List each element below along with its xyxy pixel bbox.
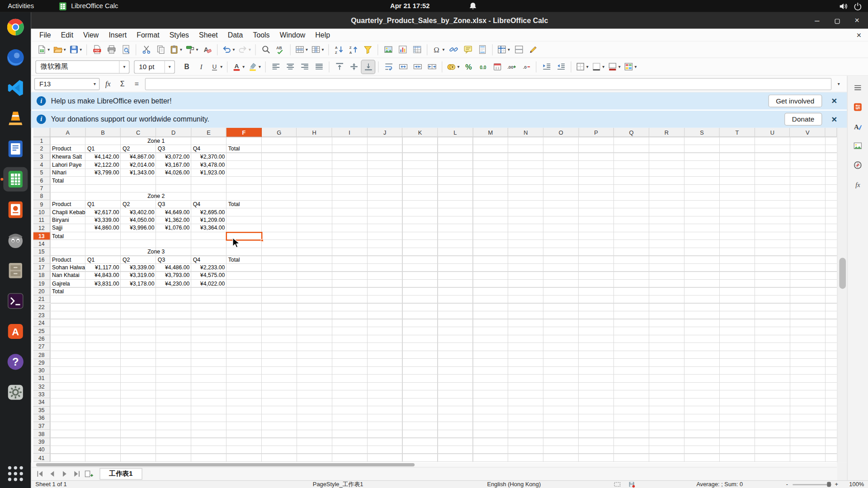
redo-dropdown[interactable]: ▾ [249, 47, 251, 52]
cell-B5[interactable]: ¥3,799.00 [85, 169, 121, 177]
row-header-29[interactable]: 29 [33, 359, 50, 367]
zone-title-row15[interactable]: Zone 3 [50, 248, 262, 256]
column-header-T[interactable]: T [720, 128, 755, 137]
cell-A13[interactable]: Total [50, 232, 85, 240]
align-center-button[interactable] [283, 60, 297, 73]
cell-B19[interactable]: ¥3,831.00 [85, 280, 121, 288]
cell-D10[interactable]: ¥4,649.00 [156, 208, 191, 216]
borders-dropdown[interactable]: ▾ [586, 64, 589, 69]
cell-A11[interactable]: Biryani [50, 216, 85, 225]
align-bottom-button[interactable] [362, 60, 375, 73]
horizontal-scrollbar-thumb[interactable] [36, 463, 415, 466]
cell-E9[interactable]: Q4 [191, 201, 226, 209]
clone-formatting-dropdown[interactable]: ▾ [196, 47, 198, 52]
menu-help[interactable]: Help [310, 29, 335, 41]
row-header-7[interactable]: 7 [33, 185, 50, 193]
zone-title-row8[interactable]: Zone 2 [50, 192, 262, 201]
cell-C5[interactable]: ¥1,343.00 [121, 169, 156, 177]
row-header-33[interactable]: 33 [33, 390, 50, 399]
border-color-button[interactable]: ▾ [607, 60, 622, 73]
split-window-button[interactable] [512, 43, 525, 56]
zoom-out-button[interactable]: - [786, 481, 788, 488]
navigator-deck-icon[interactable] [850, 157, 865, 173]
row-header-8[interactable]: 8 [33, 192, 50, 201]
cell-A5[interactable]: Nihari [50, 169, 85, 177]
insert-comment-button[interactable] [461, 43, 474, 56]
dock-ubuntu-software[interactable]: A [3, 319, 28, 344]
border-color-dropdown[interactable]: ▾ [618, 64, 621, 69]
menu-edit[interactable]: Edit [56, 29, 78, 41]
cell-E18[interactable]: ¥4,575.00 [191, 272, 226, 280]
styles-deck-icon[interactable]: A [850, 118, 865, 134]
cell-D9[interactable]: Q3 [156, 201, 191, 209]
row-header-18[interactable]: 18 [33, 272, 50, 280]
gallery-deck-icon[interactable] [850, 138, 865, 153]
language-status[interactable]: English (Hong Kong) [487, 481, 541, 488]
function-wizard-button[interactable]: fx [102, 78, 114, 90]
column-header-V[interactable]: V [790, 128, 826, 137]
clear-formatting-button[interactable]: A [200, 43, 213, 56]
copy-button[interactable] [154, 43, 167, 56]
window-titlebar[interactable]: Quarterly_Product_Sales_by_Zone.xlsx - L… [31, 12, 868, 29]
font-color-button[interactable]: A▾ [231, 60, 246, 73]
cell-A20[interactable]: Total [50, 288, 85, 296]
print-preview-button[interactable] [119, 43, 132, 56]
cell-A16[interactable]: Product [50, 256, 85, 264]
menu-format[interactable]: Format [132, 29, 164, 41]
row-header-6[interactable]: 6 [33, 177, 50, 185]
infobar-close-icon[interactable]: × [827, 114, 841, 125]
row-header-13[interactable]: 13 [33, 232, 50, 240]
activities-button[interactable]: Activities [8, 2, 34, 10]
row-header-19[interactable]: 19 [33, 280, 50, 288]
dock-terminal[interactable] [3, 289, 28, 313]
vertical-scrollbar[interactable] [837, 128, 847, 463]
open-file-button[interactable]: ▾ [52, 43, 67, 56]
row-header-3[interactable]: 3 [33, 153, 50, 161]
cell-A17[interactable]: Sohan Halwa [50, 264, 85, 272]
zoom-slider-track[interactable] [793, 484, 831, 485]
cell-E10[interactable]: ¥2,695.00 [191, 208, 226, 216]
cell-B16[interactable]: Q1 [85, 256, 121, 264]
status-sum[interactable]: Average: ; Sum: 0 [696, 481, 743, 488]
pivot-table-button[interactable] [410, 43, 424, 56]
row-header-10[interactable]: 10 [33, 208, 50, 216]
row-header-26[interactable]: 26 [33, 335, 50, 343]
format-date-button[interactable] [491, 60, 504, 73]
menu-data[interactable]: Data [223, 29, 248, 41]
row-header-2[interactable]: 2 [33, 145, 50, 153]
dock-settings[interactable] [3, 380, 28, 404]
align-top-button[interactable] [333, 60, 346, 73]
name-box-dropdown[interactable]: ▾ [90, 81, 99, 86]
freeze-panes-button[interactable]: ▾ [496, 43, 511, 56]
column-header-A[interactable]: A [50, 128, 85, 137]
column-header-E[interactable]: E [191, 128, 226, 137]
row-header-14[interactable]: 14 [33, 240, 50, 248]
cell-B18[interactable]: ¥4,843.00 [85, 272, 121, 280]
find-replace-button[interactable] [259, 43, 272, 56]
column-dropdown[interactable]: ▾ [322, 47, 324, 52]
row-header-21[interactable]: 21 [33, 296, 50, 304]
align-left-button[interactable] [269, 60, 282, 73]
row-header-31[interactable]: 31 [33, 375, 50, 383]
center-vertically-button[interactable] [347, 60, 360, 73]
row-button[interactable]: ▾ [294, 43, 309, 56]
menu-window[interactable]: Window [275, 29, 311, 41]
column-header-D[interactable]: D [156, 128, 191, 137]
column-header-F[interactable]: F [226, 128, 262, 137]
name-box[interactable]: F13 ▾ [34, 78, 99, 90]
row-header-40[interactable]: 40 [33, 446, 50, 454]
cell-C12[interactable]: ¥3,996.00 [121, 224, 156, 232]
column-header-B[interactable]: B [85, 128, 121, 137]
row-header-12[interactable]: 12 [33, 224, 50, 232]
cell-C18[interactable]: ¥3,319.00 [121, 272, 156, 280]
dock-chrome[interactable] [3, 15, 28, 39]
cell-B4[interactable]: ¥2,122.00 [85, 161, 121, 169]
open-file-dropdown[interactable]: ▾ [64, 47, 66, 52]
last-sheet-button[interactable] [71, 469, 82, 479]
column-button[interactable]: ▾ [310, 43, 325, 56]
save-dropdown[interactable]: ▾ [80, 47, 82, 52]
insert-hyperlink-button[interactable] [447, 43, 460, 56]
menu-insert[interactable]: Insert [104, 29, 132, 41]
maximize-button[interactable] [833, 12, 842, 29]
close-button[interactable]: × [853, 12, 862, 29]
